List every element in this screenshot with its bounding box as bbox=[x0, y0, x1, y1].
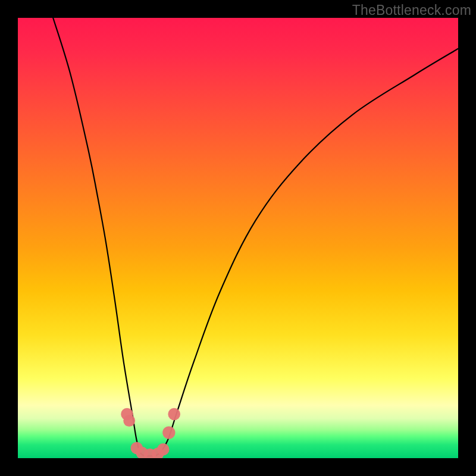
curve-marker bbox=[162, 426, 175, 439]
curve-markers bbox=[121, 408, 180, 458]
plot-area bbox=[18, 18, 458, 458]
bottleneck-curve bbox=[53, 18, 458, 456]
watermark-text: TheBottleneck.com bbox=[352, 2, 471, 18]
curve-marker bbox=[157, 443, 170, 456]
curve-marker bbox=[168, 408, 180, 421]
curve-marker bbox=[123, 415, 135, 427]
bottleneck-curve-svg bbox=[18, 18, 458, 458]
